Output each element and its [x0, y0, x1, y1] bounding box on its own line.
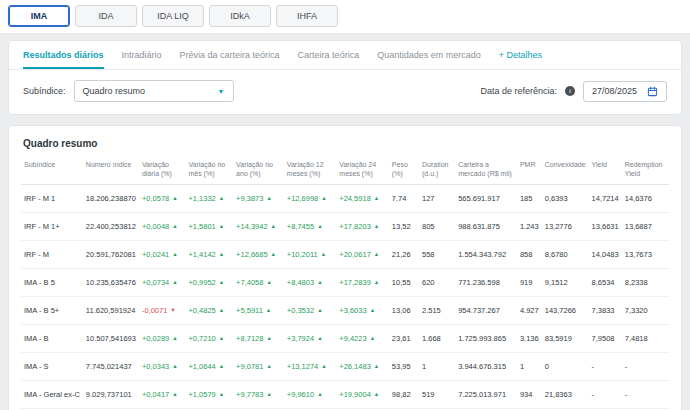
subtab-intradiario[interactable]: Intradiário — [122, 41, 162, 69]
value-cell: +9,7783▲ — [233, 381, 284, 409]
value-cell: 3.944.676.315 — [455, 353, 517, 381]
value-cell: 954.737.267 — [455, 297, 517, 325]
value-cell: +0,0578▲ — [139, 185, 186, 213]
tab-ihfa[interactable]: IHFA — [276, 5, 338, 27]
value-cell: 83,5919 — [542, 325, 589, 353]
value-cell: +1,4142▲ — [185, 241, 233, 269]
value-cell: - — [589, 381, 622, 409]
value-cell: +8,7128▲ — [233, 325, 284, 353]
column-header: Redemption Yield — [622, 157, 669, 185]
table-row: IRF - M 118.206,238870+0,0578▲+1,1332▲+9… — [21, 185, 669, 213]
variation-value: +0,0289 — [142, 334, 169, 343]
tab-idka[interactable]: IDkA — [209, 5, 271, 27]
value-cell: +20,0617▲ — [336, 241, 389, 269]
value-cell: +0,0241▲ — [139, 241, 186, 269]
summary-table: SubíndiceNúmero índiceVariação diária (%… — [21, 157, 669, 410]
value-cell: +1,0579▲ — [185, 381, 233, 409]
info-icon[interactable]: i — [565, 86, 575, 96]
value-cell: 10.235,635476 — [83, 269, 139, 297]
subtab-detalhes[interactable]: + Detalhes — [499, 41, 542, 69]
tab-ida[interactable]: IDA — [75, 5, 137, 27]
variation-value: +1,0644 — [188, 362, 215, 371]
variation-value: -0,0071 — [142, 306, 167, 315]
up-triangle-icon: ▲ — [172, 279, 177, 285]
value-cell: +12,6998▲ — [284, 185, 337, 213]
value-cell: 7.745,021437 — [83, 353, 139, 381]
value-cell: 934 — [517, 381, 542, 409]
value-cell: 919 — [517, 269, 542, 297]
value-cell: +9,4223▲ — [336, 325, 389, 353]
up-triangle-icon: ▲ — [219, 279, 224, 285]
value-cell: +1,0644▲ — [185, 353, 233, 381]
subtab-resultados-diarios[interactable]: Resultados diários — [23, 41, 104, 69]
tab-ida-liq[interactable]: IDA LIQ — [142, 5, 204, 27]
chevron-down-icon: ▼ — [218, 88, 225, 95]
variation-value: +24,5918 — [339, 194, 371, 203]
up-triangle-icon: ▲ — [172, 363, 177, 369]
date-input[interactable]: 27/08/2025 — [583, 81, 667, 102]
value-cell: 22.400,253812 — [83, 213, 139, 241]
variation-value: +17,2839 — [339, 278, 371, 287]
value-cell: 53,95 — [389, 353, 419, 381]
value-cell: 21,26 — [389, 241, 419, 269]
column-header: Variação 24 meses (%) — [336, 157, 389, 185]
calendar-icon[interactable] — [647, 86, 658, 97]
value-cell: 13,6631 — [589, 213, 622, 241]
variation-value: +8,7455 — [287, 222, 314, 231]
variation-value: +8,4803 — [287, 278, 314, 287]
variation-value: +9,4223 — [339, 334, 366, 343]
value-cell: +0,3532▲ — [284, 297, 337, 325]
up-triangle-icon: ▲ — [266, 391, 271, 397]
value-cell: 858 — [517, 241, 542, 269]
value-cell: +3,7924▲ — [284, 325, 337, 353]
up-triangle-icon: ▲ — [271, 251, 276, 257]
table-row: IMA - S7.745,021437+0,0343▲+1,0644▲+9,07… — [21, 353, 669, 381]
variation-value: +12,6685 — [236, 250, 268, 259]
variation-value: +3,7924 — [287, 334, 314, 343]
value-cell: +9,3873▲ — [233, 185, 284, 213]
value-cell: 127 — [419, 185, 455, 213]
value-cell: +0,4825▲ — [185, 297, 233, 325]
variation-value: +0,0578 — [142, 194, 169, 203]
value-cell: 13,06 — [389, 297, 419, 325]
value-cell: 8,2338 — [622, 269, 669, 297]
value-cell: -0,0071▼ — [139, 297, 186, 325]
column-header: Variação 12 meses (%) — [284, 157, 337, 185]
value-cell: 1 — [419, 353, 455, 381]
subtab-previa-carteira-teorica[interactable]: Prévia da carteira teórica — [180, 41, 280, 69]
table-row: IRF - M 1+22.400,253812+0,0048▲+1,5801▲+… — [21, 213, 669, 241]
variation-value: +9,7783 — [236, 390, 263, 399]
variation-value: +13,1274 — [287, 362, 319, 371]
variation-value: +8,7128 — [236, 334, 263, 343]
subindex-select[interactable]: Quadro resumo ▼ — [74, 80, 234, 102]
value-cell: +8,7455▲ — [284, 213, 337, 241]
subtab-carteira-teorica[interactable]: Carteira teórica — [298, 41, 360, 69]
up-triangle-icon: ▲ — [271, 223, 276, 229]
up-triangle-icon: ▲ — [172, 251, 177, 257]
subindex-cell: IMA - B — [21, 325, 83, 353]
subindex-label: Subíndice: — [23, 86, 66, 96]
variation-value: +12,6998 — [287, 194, 319, 203]
filters-card: Resultados diários Intradiário Prévia da… — [8, 40, 682, 115]
subtab-quantidades-em-mercado[interactable]: Quantidades em mercado — [377, 41, 481, 69]
value-cell: 13,2776 — [542, 213, 589, 241]
value-cell: +0,0343▲ — [139, 353, 186, 381]
subindex-filter: Subíndice: Quadro resumo ▼ — [23, 80, 234, 102]
variation-value: +10,2011 — [287, 250, 318, 259]
value-cell: 7,4818 — [622, 325, 669, 353]
up-triangle-icon: ▲ — [374, 251, 379, 257]
subindex-cell: IMA - S — [21, 353, 83, 381]
up-triangle-icon: ▲ — [374, 195, 379, 201]
value-cell: 0 — [542, 353, 589, 381]
value-cell: 7,3320 — [622, 297, 669, 325]
value-cell: 13,6887 — [622, 213, 669, 241]
value-cell: 0,6393 — [542, 185, 589, 213]
tab-ima[interactable]: IMA — [8, 5, 70, 27]
up-triangle-icon: ▲ — [374, 223, 379, 229]
up-triangle-icon: ▲ — [317, 391, 322, 397]
value-cell: 21,8363 — [542, 381, 589, 409]
value-cell: 14,0483 — [589, 241, 622, 269]
down-triangle-icon: ▼ — [170, 307, 175, 313]
table-row: IMA - B 5+11.620,591924-0,0071▼+0,4825▲+… — [21, 297, 669, 325]
subindex-cell: IRF - M 1+ — [21, 213, 83, 241]
